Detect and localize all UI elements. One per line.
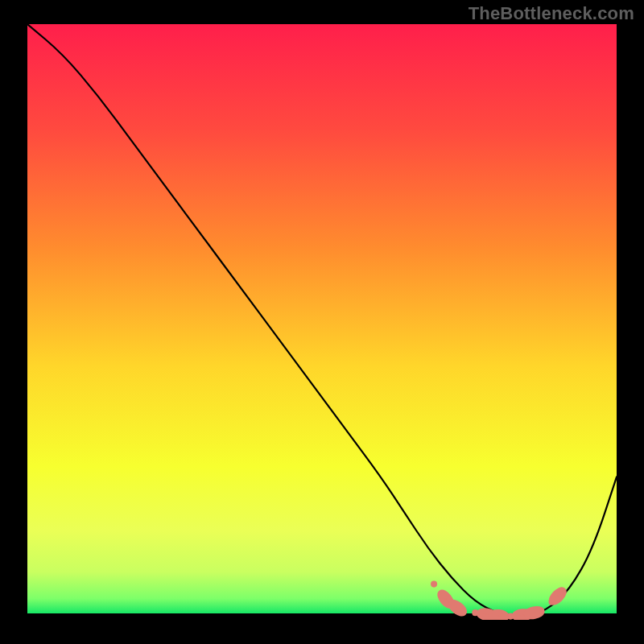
chart-frame: TheBottleneck.com [0, 0, 644, 644]
bead-ellipse [526, 608, 542, 617]
bead-ellipse [491, 612, 507, 620]
optimal-range-beads [431, 581, 565, 620]
bead-ellipse [550, 588, 565, 604]
plot-area [27, 24, 617, 620]
bottleneck-curve [27, 24, 617, 616]
bead-dot [431, 581, 437, 588]
watermark-text: TheBottleneck.com [469, 3, 634, 24]
bead-ellipse [449, 601, 465, 615]
chart-overlay [27, 24, 617, 620]
